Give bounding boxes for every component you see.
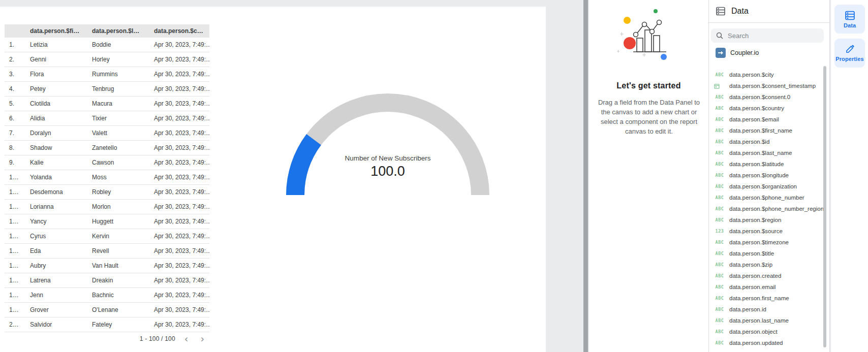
text-field-icon: ABC	[714, 273, 725, 278]
field-item[interactable]: ABCdata.person.$id	[709, 136, 823, 147]
field-name: data.person.$title	[729, 250, 774, 257]
table-cell: Doralyn	[25, 130, 87, 137]
table-cell: Horley	[87, 56, 149, 63]
table-row[interactable]: 5.ClotildaMacuraApr 30, 2023, 7:49:…	[5, 97, 209, 111]
field-item[interactable]: ABCdata.person.object	[709, 326, 823, 337]
field-name: data.person.$longitude	[729, 172, 789, 178]
tab-data[interactable]: Data	[834, 5, 865, 34]
table-cell: 3.	[5, 71, 25, 78]
pagination-next-icon[interactable]: ›	[200, 334, 204, 343]
field-name: data.person.$last_name	[729, 150, 792, 156]
table-cell: 2.	[5, 56, 25, 63]
table-cell: Clotilda	[25, 100, 87, 107]
field-item[interactable]: ABCdata.person.$phone_number_region	[709, 203, 823, 214]
table-cell: Robley	[87, 188, 149, 196]
table-row[interactable]: 1…YancyHuggettApr 30, 2023, 7:49:…	[5, 214, 209, 229]
text-field-icon: ABC	[714, 318, 725, 323]
table-cell: Apr 30, 2023, 7:49:…	[149, 233, 209, 240]
field-name: data.person.$timezone	[729, 239, 789, 245]
table-cell: Apr 30, 2023, 7:49:…	[149, 130, 209, 137]
pencil-icon	[845, 44, 855, 54]
field-search-box[interactable]	[711, 28, 824, 43]
coupler-io-icon	[716, 48, 726, 58]
table-row[interactable]: 1…CyrusKervinApr 30, 2023, 7:49:…	[5, 229, 209, 244]
field-item[interactable]: ABCdata.person.$organization	[709, 181, 823, 192]
table-cell: Apr 30, 2023, 7:49:…	[149, 159, 209, 166]
text-field-icon: ABC	[714, 307, 725, 312]
table-cell: 9.	[5, 159, 25, 166]
table-row[interactable]: 1…LoriannaMorlonApr 30, 2023, 7:49:…	[5, 200, 209, 214]
field-item[interactable]: ABCdata.person.first_name	[709, 293, 823, 304]
table-row[interactable]: 7.DoralynValettApr 30, 2023, 7:49:…	[5, 126, 209, 141]
field-item[interactable]: ABCdata.person.$email	[709, 114, 823, 125]
table-row[interactable]: 3.FloraRumminsApr 30, 2023, 7:49:…	[5, 67, 209, 82]
canvas-scrollbar[interactable]	[583, 0, 588, 352]
field-item[interactable]: ABCdata.person.email	[709, 281, 823, 293]
table-row[interactable]: 1…EdaRevellApr 30, 2023, 7:49:…	[5, 244, 209, 259]
field-item[interactable]: ABCdata.person.$longitude	[709, 170, 823, 181]
field-item[interactable]: ABCdata.person.$zip	[709, 259, 823, 270]
field-item[interactable]: ABCdata.person.$consent.0	[709, 91, 823, 103]
field-item[interactable]: ABCdata.person.id	[709, 304, 823, 315]
field-item[interactable]: ABCdata.person.$timezone	[709, 237, 823, 248]
gauge-chart[interactable]: Number of New Subscribers 100.0	[281, 88, 494, 200]
field-item[interactable]: ABCdata.person.$country	[709, 103, 823, 114]
table-row[interactable]: 1…LatrenaDreakinApr 30, 2023, 7:49:…	[5, 273, 209, 288]
table-row[interactable]: 1.LetiziaBoddieApr 30, 2023, 7:49:…	[5, 38, 209, 52]
table-row[interactable]: 1…YolandaMossApr 30, 2023, 7:49:…	[5, 170, 209, 185]
table-row[interactable]: 1…AubryVan HaultApr 30, 2023, 7:49:…	[5, 259, 209, 273]
table-cell: Apr 30, 2023, 7:49:…	[149, 56, 209, 63]
table-row[interactable]: 2…SalvidorFateleyApr 30, 2023, 7:49:…	[5, 317, 209, 332]
field-name: data.person.$first_name	[729, 127, 792, 134]
table-cell: Boddie	[87, 41, 149, 48]
field-item[interactable]: ABCdata.statistic.id	[709, 348, 823, 352]
field-list-scrollbar[interactable]	[823, 66, 826, 347]
data-table-icon	[716, 6, 726, 16]
field-item[interactable]: ABCdata.person.$phone_number	[709, 192, 823, 203]
pagination-prev-icon[interactable]: ‹	[184, 334, 189, 343]
field-item[interactable]: ABCdata.person.$city	[709, 69, 823, 80]
field-name: data.person.id	[729, 306, 766, 312]
table-cell: 1…	[5, 306, 25, 313]
text-field-icon: ABC	[714, 94, 725, 100]
field-item[interactable]: ABCdata.person.$latitude	[709, 158, 823, 170]
data-panel-title: Data	[731, 7, 749, 16]
field-item[interactable]: ABCdata.person.$title	[709, 248, 823, 259]
text-field-icon: ABC	[714, 296, 725, 301]
table-cell: Tenbrug	[87, 85, 149, 92]
field-item[interactable]: ABCdata.person.$last_name	[709, 147, 823, 158]
field-item[interactable]: 123data.person.$source	[709, 226, 823, 237]
table-row[interactable]: 1…GroverO'LenaneApr 30, 2023, 7:49:…	[5, 303, 209, 317]
field-item[interactable]: ABCdata.person.$first_name	[709, 125, 823, 136]
table-cell: 1…	[5, 233, 25, 240]
text-field-icon: ABC	[714, 162, 725, 167]
field-list[interactable]: ABCdata.person.$citydata.person.$consent…	[709, 69, 823, 352]
data-tab-icon	[845, 10, 855, 21]
field-name: data.person.first_name	[729, 295, 789, 301]
table-cell: 1…	[5, 174, 25, 181]
field-item[interactable]: ABCdata.person.updated	[709, 337, 823, 348]
table-row[interactable]: 8.ShadowZanetelloApr 30, 2023, 7:49:…	[5, 141, 209, 155]
field-item[interactable]: ABCdata.person.$region	[709, 214, 823, 226]
field-item[interactable]: ABCdata.person.created	[709, 270, 823, 281]
data-panel-header: Data	[716, 6, 749, 16]
table-row[interactable]: 1…DesdemonaRobleyApr 30, 2023, 7:49:…	[5, 185, 209, 200]
table-row[interactable]: 2.GenniHorleyApr 30, 2023, 7:49:…	[5, 52, 209, 67]
field-item[interactable]: data.person.$consent_timestamp	[709, 80, 823, 91]
tab-data-label: Data	[844, 22, 856, 28]
table-cell: Dreakin	[87, 277, 149, 284]
tab-properties[interactable]: Properties	[834, 39, 865, 68]
data-source-row[interactable]: Coupler.io	[716, 48, 759, 58]
field-item[interactable]: ABCdata.person.last_name	[709, 315, 823, 326]
table-row[interactable]: 1…JennBachnicApr 30, 2023, 7:49:…	[5, 288, 209, 303]
gauge-arc	[281, 88, 494, 200]
number-field-icon: 123	[714, 229, 725, 234]
table-row[interactable]: 4.PeteyTenbrugApr 30, 2023, 7:49:…	[5, 82, 209, 97]
table-row[interactable]: 6.AlidiaTixierApr 30, 2023, 7:49:…	[5, 111, 209, 126]
text-field-icon: ABC	[714, 117, 725, 122]
table-row[interactable]: 9.KalieCawsonApr 30, 2023, 7:49:…	[5, 155, 209, 170]
table-chart[interactable]: data.person.$fi… data.person.$l… data.pe…	[5, 24, 209, 344]
search-input[interactable]	[728, 32, 814, 40]
report-canvas[interactable]: data.person.$fi… data.person.$l… data.pe…	[0, 7, 546, 352]
data-source-name: Coupler.io	[730, 49, 759, 56]
